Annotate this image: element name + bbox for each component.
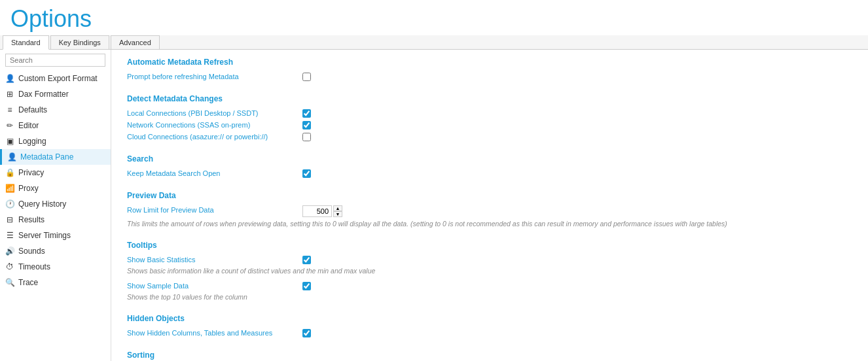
checkbox-show-sample-data[interactable] <box>302 282 311 290</box>
checkbox-local-connections[interactable] <box>302 109 311 118</box>
setting-row-local-connections: Local Connections (PBI Desktop / SSDT) <box>127 109 852 118</box>
section-title-sorting: Sorting <box>127 351 852 360</box>
speaker-icon: 🔊 <box>5 247 14 256</box>
setting-row-prompt-refresh: Prompt before refreshing Metadata <box>127 72 852 81</box>
tabs-bar: Standard Key Bindings Advanced <box>0 35 868 50</box>
search-icon: 🔍 <box>5 278 14 287</box>
checkbox-wrapper-show-basic-stats <box>302 256 311 264</box>
setting-label-keep-search: Keep Metadata Search Open <box>127 169 297 177</box>
sidebar-item-server-timings[interactable]: ☰ Server Timings <box>0 228 111 243</box>
sidebar-item-query-history[interactable]: 🕐 Query History <box>0 196 111 212</box>
sidebar-item-metadata-pane[interactable]: 👤 Metadata Pane <box>0 149 111 165</box>
checkbox-prompt-refresh[interactable] <box>302 73 311 81</box>
checkbox-wrapper-show-hidden <box>302 329 311 337</box>
search-box <box>0 50 111 71</box>
setting-label-prompt-refresh: Prompt before refreshing Metadata <box>127 72 297 80</box>
checkbox-keep-search[interactable] <box>302 169 311 178</box>
grid-icon: ⊞ <box>5 90 14 99</box>
sidebar-item-timeouts[interactable]: ⏱ Timeouts <box>0 259 111 275</box>
checkbox-wrapper-keep-search <box>302 169 311 178</box>
checkbox-wrapper-network-connections <box>302 121 311 129</box>
app-container: Options Standard Key Bindings Advanced 👤… <box>0 0 868 361</box>
section-search: Search Keep Metadata Search Open <box>127 154 852 178</box>
sidebar-item-logging[interactable]: ▣ Logging <box>0 133 111 149</box>
page-title: Options <box>0 0 868 35</box>
box-icon: ▣ <box>5 137 14 146</box>
setting-label-row-limit: Row Limit for Preview Data <box>127 205 297 214</box>
section-title-tooltips: Tooltips <box>127 241 852 250</box>
setting-label-cloud-connections: Cloud Connections (asazure:// or powerbi… <box>127 132 297 141</box>
sidebar-item-dax-formatter[interactable]: ⊞ Dax Formatter <box>0 86 111 102</box>
checkbox-network-connections[interactable] <box>302 121 311 129</box>
spinner-wrapper-row-limit: 500 ▲ ▼ <box>302 205 342 217</box>
sidebar-item-privacy[interactable]: 🔒 Privacy <box>0 165 111 180</box>
setting-row-keep-search: Keep Metadata Search Open <box>127 169 852 178</box>
sidebar-item-label: Trace <box>18 278 38 287</box>
checkbox-show-hidden[interactable] <box>302 329 311 337</box>
sidebar-item-label: Custom Export Format <box>18 74 98 83</box>
tab-standard[interactable]: Standard <box>3 35 49 50</box>
checkbox-cloud-connections[interactable] <box>302 133 311 141</box>
sidebar-item-proxy[interactable]: 📶 Proxy <box>0 180 111 196</box>
sidebar: 👤 Custom Export Format ⊞ Dax Formatter ≡… <box>0 50 111 361</box>
tab-keybindings[interactable]: Key Bindings <box>50 35 109 49</box>
section-detect-metadata-changes: Detect Metadata Changes Local Connection… <box>127 94 852 141</box>
sidebar-item-label: Metadata Pane <box>20 152 73 162</box>
setting-row-show-hidden: Show Hidden Columns, Tables and Measures <box>127 328 852 337</box>
sidebar-item-label: Editor <box>18 121 39 130</box>
section-tooltips: Tooltips Show Basic Statistics Shows bas… <box>127 241 852 301</box>
section-preview-data: Preview Data Row Limit for Preview Data … <box>127 191 852 228</box>
setting-row-show-basic-stats: Show Basic Statistics <box>127 255 852 264</box>
spinner-down-button[interactable]: ▼ <box>333 211 342 217</box>
setting-desc-show-sample-data: Shows the top 10 values for the column <box>127 293 852 301</box>
sidebar-item-label: Privacy <box>18 168 44 177</box>
checkbox-wrapper-prompt-refresh <box>302 73 311 81</box>
person-icon: 👤 <box>5 74 14 83</box>
spinner-up-button[interactable]: ▲ <box>333 205 342 211</box>
sidebar-item-label: Server Timings <box>18 231 71 240</box>
setting-row-show-sample-data: Show Sample Data <box>127 281 852 290</box>
setting-label-local-connections: Local Connections (PBI Desktop / SSDT) <box>127 109 297 117</box>
sidebar-item-editor[interactable]: ✏ Editor <box>0 118 111 133</box>
setting-row-cloud-connections: Cloud Connections (asazure:// or powerbi… <box>127 132 852 141</box>
checkbox-wrapper-local-connections <box>302 109 311 118</box>
sidebar-item-defaults[interactable]: ≡ Defaults <box>0 102 111 118</box>
setting-row-row-limit: Row Limit for Preview Data 500 ▲ ▼ <box>127 205 852 217</box>
sidebar-item-label: Timeouts <box>18 262 50 271</box>
sidebar-item-label: Defaults <box>18 105 47 114</box>
sidebar-item-trace[interactable]: 🔍 Trace <box>0 275 111 290</box>
section-title-preview-data: Preview Data <box>127 191 852 200</box>
setting-label-network-connections: Network Connections (SSAS on-prem) <box>127 120 297 129</box>
section-title-search: Search <box>127 154 852 163</box>
sidebar-item-results[interactable]: ⊟ Results <box>0 212 111 228</box>
setting-block-show-basic-stats: Show Basic Statistics Shows basic inform… <box>127 255 852 275</box>
sidebar-item-custom-export[interactable]: 👤 Custom Export Format <box>0 71 111 86</box>
setting-label-show-basic-stats: Show Basic Statistics <box>127 255 297 264</box>
person2-icon: 👤 <box>7 152 16 162</box>
main-content: 👤 Custom Export Format ⊞ Dax Formatter ≡… <box>0 50 868 361</box>
setting-desc-row-limit: This limits the amount of rows when prev… <box>127 220 852 228</box>
section-sorting: Sorting Sort Folders first in metadata p… <box>127 351 852 361</box>
sidebar-item-label: Query History <box>18 199 66 209</box>
lines2-icon: ☰ <box>5 231 14 240</box>
grid2-icon: ⊟ <box>5 215 14 224</box>
wifi-icon: 📶 <box>5 184 14 193</box>
sidebar-item-label: Sounds <box>18 247 45 256</box>
checkbox-show-basic-stats[interactable] <box>302 256 311 264</box>
spinner-buttons: ▲ ▼ <box>333 205 342 217</box>
content-pane: Automatic Metadata Refresh Prompt before… <box>111 50 868 361</box>
spinner-input-row-limit[interactable]: 500 <box>302 205 332 217</box>
tab-advanced[interactable]: Advanced <box>111 35 160 49</box>
sidebar-item-sounds[interactable]: 🔊 Sounds <box>0 243 111 259</box>
setting-block-show-sample-data: Show Sample Data Shows the top 10 values… <box>127 281 852 301</box>
circle-clock-icon: ⏱ <box>5 262 14 271</box>
lock-icon: 🔒 <box>5 168 14 177</box>
setting-desc-show-basic-stats: Shows basic information like a count of … <box>127 267 852 275</box>
clock-icon: 🕐 <box>5 199 14 209</box>
sidebar-item-label: Proxy <box>18 184 39 193</box>
sidebar-item-label: Logging <box>18 137 46 146</box>
search-input[interactable] <box>5 54 105 67</box>
setting-row-network-connections: Network Connections (SSAS on-prem) <box>127 120 852 129</box>
sidebar-item-label: Results <box>18 215 45 224</box>
section-title-detect-metadata-changes: Detect Metadata Changes <box>127 94 852 103</box>
